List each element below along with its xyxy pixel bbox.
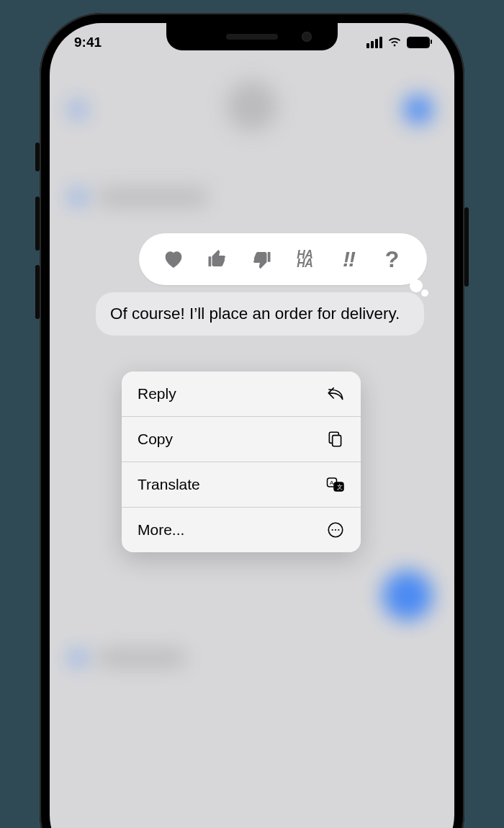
svg-point-7	[335, 529, 336, 531]
tapback-haha[interactable]: HA HA	[289, 243, 320, 275]
tapback-question[interactable]: ?	[377, 243, 408, 275]
power-button	[464, 207, 469, 287]
tapback-bar: HA HA !! ?	[139, 233, 427, 285]
cellular-signal-icon	[366, 37, 382, 48]
menu-reply-label: Reply	[138, 385, 176, 402]
battery-icon	[407, 37, 430, 48]
thumbs-up-icon	[207, 248, 228, 270]
status-indicators	[366, 35, 430, 50]
menu-more-label: More...	[138, 521, 184, 539]
speaker-grill	[226, 34, 278, 40]
notch	[166, 23, 338, 50]
heart-icon	[162, 248, 185, 271]
context-menu: Reply Copy Translate A文 More...	[122, 372, 361, 552]
menu-copy[interactable]: Copy	[122, 417, 361, 462]
silent-switch	[35, 143, 40, 171]
tapback-thumbs-down[interactable]	[246, 243, 277, 275]
reply-icon	[326, 384, 345, 403]
screen: 9:41	[50, 23, 454, 828]
haha-icon: HA HA	[297, 251, 312, 269]
front-camera	[302, 32, 312, 42]
tapback-exclaim[interactable]: !!	[333, 243, 364, 275]
volume-down-button	[35, 265, 40, 319]
phone-frame: 9:41	[40, 13, 464, 828]
svg-rect-0	[333, 436, 341, 446]
tapback-thumbs-up[interactable]	[202, 243, 233, 275]
message-bubble[interactable]: Of course! I’ll place an order for deliv…	[96, 292, 424, 336]
status-time: 9:41	[74, 35, 102, 50]
svg-point-6	[332, 529, 333, 531]
svg-text:A: A	[330, 480, 334, 486]
translate-icon: A文	[326, 475, 345, 494]
thumbs-down-icon	[251, 248, 272, 270]
svg-text:文: 文	[337, 484, 343, 490]
tapback-heart[interactable]	[158, 243, 189, 275]
menu-translate-label: Translate	[138, 476, 200, 493]
question-icon: ?	[385, 246, 400, 273]
message-text: Of course! I’ll place an order for deliv…	[110, 305, 400, 323]
menu-reply[interactable]: Reply	[122, 372, 361, 417]
wifi-icon	[387, 35, 402, 50]
exclaim-icon: !!	[343, 247, 354, 271]
menu-translate[interactable]: Translate A文	[122, 462, 361, 508]
svg-point-8	[338, 529, 339, 531]
copy-icon	[326, 430, 345, 449]
volume-up-button	[35, 197, 40, 251]
menu-copy-label: Copy	[138, 431, 173, 448]
more-icon	[326, 521, 345, 539]
menu-more[interactable]: More...	[122, 508, 361, 552]
